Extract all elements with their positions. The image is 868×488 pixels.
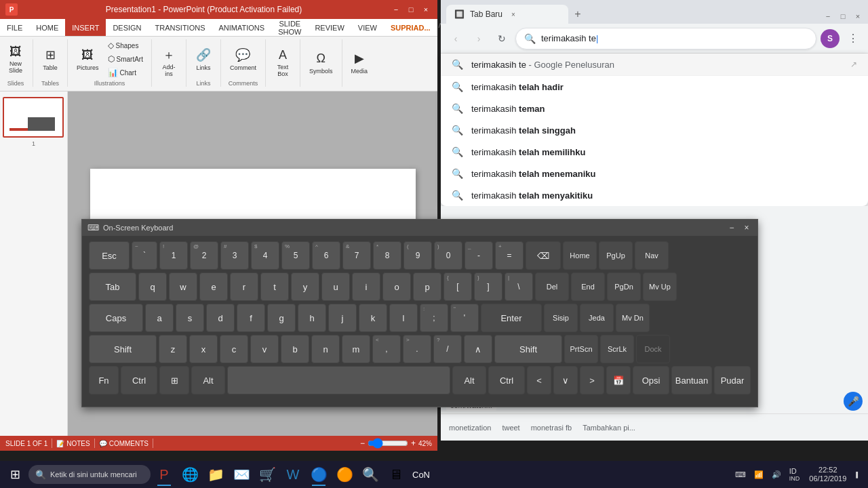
key-ctrl-left[interactable]: Ctrl: [121, 366, 157, 394]
key-backspace[interactable]: ⌫: [526, 241, 561, 270]
suggestion-item-4[interactable]: 🔍 terimakasih telah memilihku: [441, 141, 868, 163]
tab-view[interactable]: VIEW: [351, 19, 384, 36]
key-dock[interactable]: Dock: [636, 335, 670, 363]
slide-thumbnail-1[interactable]: [3, 97, 64, 138]
key-m[interactable]: m: [342, 335, 370, 363]
key-end[interactable]: End: [571, 272, 605, 301]
text-button[interactable]: A TextBox: [271, 45, 294, 80]
key-win[interactable]: ⊞: [159, 366, 189, 394]
suggestion-item-1[interactable]: 🔍 terimakasih telah hadir: [441, 76, 868, 98]
suggestion-item-3[interactable]: 🔍 terimakasih telah singgah: [441, 119, 868, 141]
chrome-bottom-tab-1[interactable]: monetization: [449, 424, 491, 432]
tab-supriad[interactable]: SUPRIAD...: [384, 19, 437, 36]
taskbar-app-screen[interactable]: 🖥: [384, 462, 408, 487]
chrome-menu-button[interactable]: ⋮: [844, 29, 863, 48]
chrome-addressbar[interactable]: 🔍 terimakasih te: [515, 28, 816, 49]
key-backslash[interactable]: | \: [505, 272, 533, 301]
key-pgup[interactable]: PgUp: [599, 241, 633, 270]
key-scrlk[interactable]: ScrLk: [600, 335, 634, 363]
zoom-slider[interactable]: [368, 438, 408, 449]
key-2[interactable]: @ 2: [190, 241, 218, 270]
key-4[interactable]: $ 4: [251, 241, 279, 270]
key-y[interactable]: y: [291, 272, 319, 301]
key-home[interactable]: Home: [563, 241, 597, 270]
chrome-addressbar-text[interactable]: terimakasih te: [541, 33, 808, 43]
symbols-button[interactable]: Ω Symbols: [306, 48, 336, 77]
tab-transitions[interactable]: TRANSITIONS: [149, 19, 212, 36]
comments-status[interactable]: 💬 COMMENTS: [99, 440, 149, 447]
chrome-tab-close-button[interactable]: ×: [508, 9, 519, 20]
key-5[interactable]: % 5: [281, 241, 310, 270]
key-right-arrow[interactable]: >: [580, 366, 604, 394]
chrome-close-button[interactable]: ×: [853, 12, 863, 21]
taskbar-app-powerpoint[interactable]: P: [152, 462, 176, 487]
taskbar-app-google[interactable]: 🔍: [358, 462, 382, 487]
taskbar-language-indicator[interactable]: ID IND: [787, 467, 803, 482]
key-bracket-close[interactable]: } ]: [474, 272, 502, 301]
tab-review[interactable]: REVIEW: [308, 19, 351, 36]
key-pgdn[interactable]: PgDn: [607, 272, 641, 301]
key-x[interactable]: x: [189, 335, 218, 363]
tab-design[interactable]: DESIGN: [106, 19, 148, 36]
taskbar-app-store[interactable]: 🛒: [255, 462, 279, 487]
chrome-back-button[interactable]: ‹: [446, 29, 465, 48]
key-a[interactable]: a: [145, 304, 174, 332]
chrome-tab-active[interactable]: 🔲 Tab Baru ×: [446, 5, 568, 24]
chrome-profile-button[interactable]: S: [821, 29, 840, 48]
key-comma[interactable]: < ,: [372, 335, 401, 363]
key-grave[interactable]: ~ `: [132, 241, 157, 270]
key-sisip[interactable]: Sisip: [544, 304, 578, 332]
osk-minimize-button[interactable]: −: [726, 222, 737, 233]
key-h[interactable]: h: [298, 304, 326, 332]
chrome-reload-button[interactable]: ↻: [492, 29, 511, 48]
table-button[interactable]: ⊞ Table: [39, 45, 62, 73]
tab-slideshow[interactable]: SLIDE SHOW: [271, 19, 308, 36]
key-prtscn[interactable]: PrtScn: [564, 335, 598, 363]
taskbar-app-explorer[interactable]: 📁: [203, 462, 228, 487]
ppt-maximize-button[interactable]: □: [405, 3, 417, 16]
new-slide-button[interactable]: 🖼 NewSlide: [4, 41, 27, 77]
key-esc[interactable]: Esc: [89, 241, 130, 270]
taskbar-tray-keyboard[interactable]: ⌨: [732, 462, 749, 487]
key-up-arrow[interactable]: ∧: [464, 335, 492, 363]
key-0[interactable]: ) 0: [434, 241, 462, 270]
ppt-minimize-button[interactable]: −: [390, 3, 402, 16]
key-space[interactable]: [227, 366, 450, 394]
osk-close-button[interactable]: ×: [741, 222, 752, 233]
ppt-close-button[interactable]: ×: [420, 3, 432, 16]
key-left-arrow[interactable]: <: [527, 366, 551, 394]
chrome-bottom-tab-2[interactable]: tweet: [502, 424, 519, 432]
key-fn[interactable]: Fn: [89, 366, 119, 394]
key-ctrl-right[interactable]: Ctrl: [488, 366, 525, 394]
key-opsi[interactable]: Opsi: [633, 366, 669, 394]
tab-file[interactable]: FILE: [0, 19, 29, 36]
key-bantuan[interactable]: Bantuan: [671, 366, 712, 394]
key-i[interactable]: i: [352, 272, 380, 301]
key-p[interactable]: p: [413, 272, 441, 301]
key-mvdn[interactable]: Mv Dn: [616, 304, 650, 332]
links-button[interactable]: 🔗 Links: [192, 45, 215, 73]
key-jeda[interactable]: Jeda: [580, 304, 614, 332]
key-alt-left[interactable]: Alt: [191, 366, 225, 394]
taskbar-app-chrome[interactable]: 🔵: [307, 462, 331, 487]
chrome-minimize-button[interactable]: −: [823, 12, 833, 21]
key-t[interactable]: t: [260, 272, 289, 301]
key-period[interactable]: > .: [403, 335, 431, 363]
key-enter[interactable]: Enter: [481, 304, 542, 332]
key-slash[interactable]: ? /: [433, 335, 462, 363]
tab-home[interactable]: HOME: [29, 19, 65, 36]
key-tab[interactable]: Tab: [89, 272, 136, 301]
smartart-button[interactable]: ⬡ SmartArt: [105, 53, 146, 65]
key-quote[interactable]: " ': [450, 304, 479, 332]
key-q[interactable]: q: [138, 272, 167, 301]
key-z[interactable]: z: [159, 335, 187, 363]
key-f[interactable]: f: [237, 304, 265, 332]
pictures-button[interactable]: 🖼 Pictures: [73, 45, 102, 73]
taskbar-app-edge[interactable]: 🌐: [178, 462, 202, 487]
key-alt-right[interactable]: Alt: [452, 366, 486, 394]
key-3[interactable]: # 3: [220, 241, 249, 270]
taskbar-start-button[interactable]: ⊞: [3, 462, 27, 487]
chrome-bottom-tab-4[interactable]: Tambahkan pi...: [583, 424, 635, 432]
key-mvup[interactable]: Mv Up: [643, 272, 677, 301]
key-del[interactable]: Del: [535, 272, 569, 301]
